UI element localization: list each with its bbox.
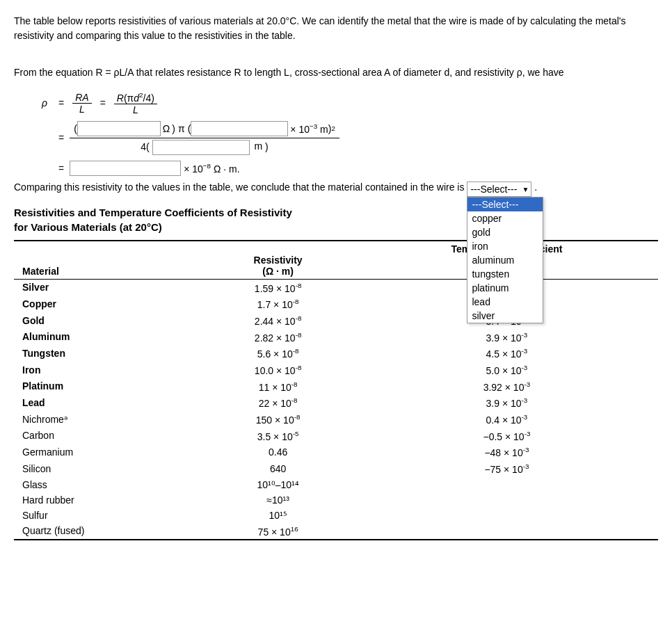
table-row: Carbon3.5 × 10-5−0.5 × 10-3 — [14, 428, 658, 444]
eq-equals4: = — [58, 163, 64, 174]
table-row: Silver1.59 × 10-83.8 × 10-3 — [14, 279, 658, 296]
intro-para2: From the equation R = ρL/A that relates … — [14, 65, 658, 80]
close-paren1: ) — [172, 123, 175, 134]
table-cell-temp-coeff — [355, 477, 658, 492]
eq-equals1: = — [58, 97, 64, 108]
omega-label: Ω — [163, 123, 170, 134]
table-cell-temp-coeff: 5.0 × 10-3 — [355, 362, 658, 378]
table-cell-temp-coeff: 0.4 × 10-3 — [355, 411, 658, 428]
table-cell-resistivity: 75 × 1016 — [200, 523, 355, 540]
table-row: Germanium0.46−48 × 10-3 — [14, 444, 658, 460]
dropdown-item-copper[interactable]: copper — [467, 211, 543, 225]
table-cell-temp-coeff: −0.5 × 10-3 — [355, 428, 658, 444]
col-header-material: Material — [14, 241, 200, 280]
table-cell-material: Silicon — [14, 460, 200, 477]
exp-label: × 10−3 m — [290, 122, 328, 135]
table-row: Platinum11 × 10-83.92 × 10-3 — [14, 378, 658, 395]
table-row: Aluminum2.82 × 10-83.9 × 10-3 — [14, 329, 658, 346]
table-row: Sulfur10¹⁵ — [14, 508, 658, 523]
input-length[interactable] — [152, 140, 250, 155]
conclude-period: . — [534, 182, 537, 193]
dropdown-item-select-header[interactable]: ---Select--- — [467, 198, 543, 211]
col-header-resistivity: Resistivity (Ω · m) — [200, 241, 355, 280]
table-cell-material: Nichromeᵃ — [14, 411, 200, 428]
dropdown-item-aluminum[interactable]: aluminum — [467, 253, 543, 267]
table-cell-temp-coeff — [355, 508, 658, 523]
fraction-denom-l2: L — [130, 104, 141, 115]
big-denom: 4( m ) — [136, 138, 272, 156]
table-row: Nichromeᵃ150 × 10-80.4 × 10-3 — [14, 411, 658, 428]
table-cell-temp-coeff: −75 × 10-3 — [355, 460, 658, 477]
conclude-section: Comparing this resistivity to the values… — [14, 182, 658, 197]
dropdown-item-gold[interactable]: gold — [467, 225, 543, 239]
table-cell-resistivity: 22 × 10-8 — [200, 394, 355, 411]
fraction-denom-l: L — [77, 104, 88, 115]
dropdown-item-silver[interactable]: silver — [467, 309, 543, 323]
pi-label: π — [178, 123, 185, 134]
table-row: Glass10¹⁰–10¹⁴ — [14, 477, 658, 492]
table-cell-resistivity: 10.0 × 10-8 — [200, 362, 355, 378]
table-cell-material: Glass — [14, 477, 200, 492]
table-cell-resistivity: 10¹⁵ — [200, 508, 355, 523]
big-fraction: ( Ω ) π ( × 10−3 m ) 2 4( m ) — [70, 120, 339, 156]
table-cell-resistivity: ≈10¹³ — [200, 492, 355, 508]
table-cell-resistivity: 1.7 × 10-8 — [200, 296, 355, 312]
table-row: Copper1.7 × 10-83.9 × 10-3 — [14, 296, 658, 312]
table-cell-material: Quartz (fused) — [14, 523, 200, 540]
main-content: Resistivities and Temperature Coefficien… — [14, 205, 658, 541]
table-cell-resistivity: 1.59 × 10-8 — [200, 279, 355, 296]
dropdown-item-iron[interactable]: iron — [467, 239, 543, 253]
big-fraction-wrap: ( Ω ) π ( × 10−3 m ) 2 4( m ) — [70, 120, 339, 156]
result-exp: × 10−8 Ω · m. — [184, 162, 239, 175]
table-cell-temp-coeff: 3.92 × 10-3 — [355, 378, 658, 395]
table-row: Lead22 × 10-83.9 × 10-3 — [14, 394, 658, 411]
equation-block: ρ = RA L = R(πd2/4) L = ( Ω ) π ( — [42, 91, 658, 176]
table-cell-resistivity: 10¹⁰–10¹⁴ — [200, 477, 355, 492]
table-cell-material: Gold — [14, 312, 200, 329]
dropdown-item-lead[interactable]: lead — [467, 295, 543, 309]
table-row: Iron10.0 × 10-85.0 × 10-3 — [14, 362, 658, 378]
table-cell-material: Germanium — [14, 444, 200, 460]
table-cell-resistivity: 3.5 × 10-5 — [200, 428, 355, 444]
dropdown-container[interactable]: ---Select--- ▼ ---Select--- copper gold … — [467, 182, 531, 197]
resistivity-table: Material Resistivity (Ω · m) Temperature… — [14, 240, 658, 541]
table-cell-material: Lead — [14, 394, 200, 411]
table-row: Silicon640−75 × 10-3 — [14, 460, 658, 477]
input-dimension[interactable] — [191, 121, 288, 136]
table-row: Tungsten5.6 × 10-84.5 × 10-3 — [14, 345, 658, 362]
table-cell-material: Carbon — [14, 428, 200, 444]
square-sup: 2 — [331, 124, 335, 132]
table-cell-temp-coeff: 4.5 × 10-3 — [355, 345, 658, 362]
dropdown-item-platinum[interactable]: platinum — [467, 281, 543, 295]
table-cell-resistivity: 2.82 × 10-8 — [200, 329, 355, 346]
dropdown-item-tungsten[interactable]: tungsten — [467, 267, 543, 281]
table-cell-material: Hard rubber — [14, 492, 200, 508]
table-cell-material: Platinum — [14, 378, 200, 395]
fraction-ra-l: RA L — [72, 92, 91, 115]
fraction-rnd2-l: R(πd2/4) L — [114, 91, 157, 115]
table-row: Quartz (fused)75 × 1016 — [14, 523, 658, 540]
eq-equals3: = — [58, 132, 64, 143]
table-cell-resistivity: 5.6 × 10-8 — [200, 345, 355, 362]
right-panel: Resistivities and Temperature Coefficien… — [14, 205, 658, 541]
eq-equals2: = — [100, 97, 106, 108]
table-cell-material: Silver — [14, 279, 200, 296]
intro-para1: The table below reports resistivities of… — [14, 14, 658, 43]
open-paren3: ( — [146, 140, 150, 152]
select-dropdown-trigger[interactable]: ---Select--- ▼ — [467, 182, 531, 197]
table-cell-temp-coeff — [355, 523, 658, 540]
close-paren3: ) — [265, 140, 269, 152]
table-cell-material: Aluminum — [14, 329, 200, 346]
input-result[interactable] — [70, 161, 181, 176]
dropdown-list[interactable]: ---Select--- copper gold iron aluminum t… — [467, 197, 543, 323]
m-label: m — [255, 140, 263, 152]
input-resistance[interactable] — [77, 121, 161, 136]
table-cell-temp-coeff: 3.9 × 10-3 — [355, 394, 658, 411]
table-cell-material: Copper — [14, 296, 200, 312]
table-cell-resistivity: 640 — [200, 460, 355, 477]
table-title: Resistivities and Temperature Coefficien… — [14, 205, 658, 234]
table-cell-temp-coeff: −48 × 10-3 — [355, 444, 658, 460]
table-cell-resistivity: 11 × 10-8 — [200, 378, 355, 395]
table-cell-material: Sulfur — [14, 508, 200, 523]
dropdown-selected-value: ---Select--- — [470, 184, 517, 195]
